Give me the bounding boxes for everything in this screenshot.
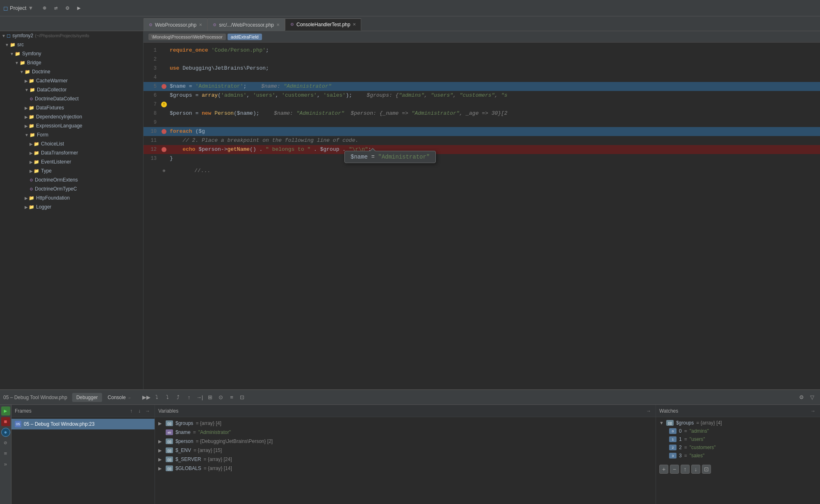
- resume-icon[interactable]: ▶▶: [142, 393, 151, 402]
- var-person-value: = {Debugging\JetBrains\Person} [2]: [196, 438, 273, 444]
- sidebar-item-expressionlanguage[interactable]: ▶ 📁 ExpressionLanguage: [0, 121, 143, 130]
- sidebar-item-datacollector[interactable]: ▼ 📁 DataCollector: [0, 85, 143, 94]
- debug-minimize-icon[interactable]: ▽: [808, 393, 817, 402]
- watch-groups[interactable]: ▼ {}[] $groups = {array} [4]: [656, 419, 820, 427]
- var-person-expand[interactable]: ▶: [158, 439, 163, 444]
- sidebar-item-src[interactable]: ▼ 📁 src: [0, 40, 143, 49]
- watch-groups-0[interactable]: 0 0 = "admins": [666, 427, 820, 435]
- sidebar-doctrine-label: Doctrine: [32, 69, 50, 75]
- watch-down-btn[interactable]: ↓: [691, 465, 700, 474]
- tab-consolehandler-close[interactable]: ✕: [353, 22, 356, 27]
- debug-toolbar: 05 – Debug Tool Window.php Debugger Cons…: [0, 390, 820, 405]
- tab-consolehandler[interactable]: ⚙ ConsoleHandlerTest.php ✕: [285, 18, 361, 31]
- frames-icon[interactable]: ⊞: [206, 393, 215, 402]
- watch-groups-2[interactable]: 2 2 = "customers": [666, 443, 820, 452]
- sidebar-root-label: symfony2: [12, 33, 33, 39]
- debug-settings-icon[interactable]: ⚙: [797, 393, 806, 402]
- sidebar-item-cachewarmer[interactable]: ▶ 📁 CacheWarmer: [0, 76, 143, 85]
- sidebar-item-doctrineormtypec[interactable]: ⚙ DoctrineOrmTypeC: [0, 184, 143, 193]
- breakpoint-12[interactable]: [162, 147, 166, 152]
- sidebar-item-datafixtures[interactable]: ▶ 📁 DataFixtures: [0, 103, 143, 112]
- sidebar-item-doctrinedatacollect[interactable]: ⚙ DoctrineDataCollect: [0, 94, 143, 103]
- var-globals-type-icon: {}[]: [166, 465, 173, 471]
- sidebar-item-choicelist[interactable]: ▶ 📁 ChoiceList: [0, 139, 143, 148]
- watch-groups-1-value: "users": [690, 436, 705, 442]
- var-person[interactable]: ▶ {}[] $person = {Debugging\JetBrains\Pe…: [155, 437, 656, 446]
- frames-up-btn[interactable]: ↑: [128, 407, 135, 415]
- var-name[interactable]: ab $name = "Administrator": [155, 428, 656, 437]
- sidebar-item-type[interactable]: ▶ 📁 Type: [0, 166, 143, 175]
- step-out-icon[interactable]: ⤴: [174, 393, 183, 402]
- breakpoint-10[interactable]: [162, 129, 166, 134]
- watch-groups-expand[interactable]: ▼: [659, 420, 664, 425]
- project-dropdown[interactable]: ◻ Project ▼: [3, 5, 33, 11]
- warning-7: !: [161, 102, 167, 107]
- run-button[interactable]: ▶: [1, 406, 10, 415]
- watches-expand-btn[interactable]: →: [809, 407, 817, 415]
- sidebar-item-symfony[interactable]: ▼ 📁 Symfony: [0, 49, 143, 58]
- variables-label: Variables: [158, 408, 178, 414]
- var-groups[interactable]: ▶ {}[] $groups = {array} [4]: [155, 419, 656, 428]
- watch-add-btn[interactable]: +: [659, 465, 668, 474]
- watch-groups-3-value: "sales": [690, 453, 705, 459]
- watch-groups-0-name: 0: [679, 428, 682, 434]
- file-tabs: ⚙ WebProcessor.php ✕ ⚙ src/.../WebProces…: [0, 16, 820, 31]
- breadcrumb-segment1[interactable]: \Monolog\Processor\WebProcessor: [148, 34, 226, 40]
- frame-item-1[interactable]: 05 05 – Debug Tool Window.php:23: [11, 419, 155, 429]
- sidebar-root[interactable]: ▼ ◻ symfony2 (~/PhpstormProjects/symfo: [0, 31, 143, 40]
- tab-webprocessor-close[interactable]: ✕: [199, 23, 202, 27]
- var-server[interactable]: ▶ {}[] $_SERVER = {array} [24]: [155, 455, 656, 464]
- debug-tab-console[interactable]: Console →: [104, 393, 135, 402]
- breadcrumb-segment2[interactable]: addExtraField: [228, 34, 262, 40]
- sidebar-item-dependencyinjection[interactable]: ▶ 📁 DependencyInjection: [0, 112, 143, 121]
- step-into-icon[interactable]: ⤵: [163, 393, 172, 402]
- sync-icon[interactable]: ⇄: [51, 4, 60, 13]
- settings-icon[interactable]: ⚙: [63, 4, 72, 13]
- var-groups-expand[interactable]: ▶: [158, 421, 163, 426]
- watch-up-btn[interactable]: ↑: [681, 465, 690, 474]
- list-button[interactable]: ≡: [1, 449, 10, 458]
- var-globals-expand[interactable]: ▶: [158, 466, 163, 471]
- sidebar-item-datatransformer[interactable]: ▶ 📁 DataTransformer: [0, 148, 143, 157]
- run-icon[interactable]: ▶: [74, 4, 83, 13]
- debug-tab-debugger[interactable]: Debugger: [72, 393, 102, 402]
- active-frame-button[interactable]: ●: [1, 428, 10, 437]
- code-line-12: 12 echo $person->getName() . " belongs t…: [144, 145, 820, 154]
- sidebar-item-doctrine[interactable]: ▼ 📁 Doctrine: [0, 67, 143, 76]
- tab-webprocessor-src[interactable]: ⚙ src/.../WebProcessor.php ✕: [207, 18, 285, 31]
- breakpoint-5[interactable]: [162, 84, 166, 89]
- variables-expand-btn[interactable]: →: [645, 407, 652, 415]
- watch-groups-3[interactable]: 3 3 = "sales": [666, 452, 820, 460]
- watch-groups-0-icon: 0: [669, 428, 676, 434]
- code-line-8: 8 $person = new Person($name); $name: "A…: [144, 109, 820, 118]
- frames-down-btn[interactable]: ↓: [136, 407, 143, 415]
- sidebar-item-eventlistener[interactable]: ▶ 📁 EventListener: [0, 157, 143, 166]
- tab-webprocessor[interactable]: ⚙ WebProcessor.php ✕: [144, 18, 207, 31]
- more-button[interactable]: »: [1, 460, 10, 469]
- watch-groups-1[interactable]: 1 1 = "users": [666, 435, 820, 443]
- watch-copy-btn[interactable]: ⊡: [702, 465, 711, 474]
- sidebar-item-httpfoundation[interactable]: ▶ 📁 HttpFoundation: [0, 193, 143, 202]
- sidebar-item-doctrineormextens[interactable]: ⚙ DoctrineOrmExtens: [0, 175, 143, 184]
- sidebar-item-form[interactable]: ▼ 📁 Form: [0, 130, 143, 139]
- var-globals[interactable]: ▶ {}[] $GLOBALS = {array} [14]: [155, 464, 656, 473]
- mute-button[interactable]: ⊘: [1, 438, 10, 447]
- frames-expand-btn[interactable]: →: [144, 407, 151, 415]
- tab-consolehandler-label: ConsoleHandlerTest.php: [296, 22, 350, 27]
- sidebar-item-bridge[interactable]: ▼ 📁 Bridge: [0, 58, 143, 67]
- evaluate-icon[interactable]: →|: [195, 393, 204, 402]
- mute-icon[interactable]: ≡: [227, 393, 236, 402]
- var-env[interactable]: ▶ {}[] $_ENV = {array} [15]: [155, 446, 656, 455]
- navigate-icon[interactable]: ⊕: [40, 4, 49, 13]
- breakpoints-icon[interactable]: ⊙: [216, 393, 226, 402]
- stop-button[interactable]: ■: [1, 417, 10, 426]
- var-server-expand[interactable]: ▶: [158, 457, 163, 462]
- watch-remove-btn[interactable]: −: [670, 465, 679, 474]
- step-over-icon[interactable]: ⤵: [153, 393, 162, 402]
- sidebar-item-logger[interactable]: ▶ 📁 Logger: [0, 202, 143, 211]
- var-env-expand[interactable]: ▶: [158, 448, 163, 453]
- tooltip-eq: =: [371, 154, 378, 160]
- run-cursor-icon[interactable]: ↑: [184, 393, 194, 402]
- settings-debug-icon[interactable]: ⊡: [238, 393, 247, 402]
- tab-webprocessor-src-close[interactable]: ✕: [276, 23, 280, 27]
